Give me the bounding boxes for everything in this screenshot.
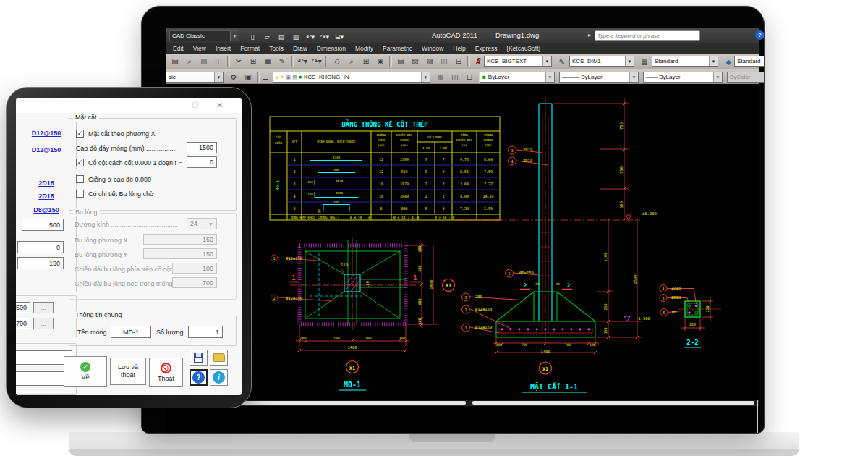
zoom-window-icon[interactable]: ⊞: [359, 54, 373, 68]
link-d8-150[interactable]: D8@150: [17, 206, 75, 214]
undo-icon[interactable]: ↶▾: [295, 54, 310, 68]
luu-va-thoat-button[interactable]: Lưu và thoát: [110, 358, 146, 385]
layer-previous-icon[interactable]: ◫: [448, 70, 462, 84]
linetype-combo[interactable]: ——— ByLayer▼: [559, 72, 639, 83]
batch-plot-icon[interactable]: ◫: [211, 54, 226, 68]
menu-item-dimension[interactable]: Dimension: [317, 45, 346, 52]
table-cell: 1390: [400, 157, 409, 161]
match-properties-icon[interactable]: ✎: [275, 54, 289, 68]
link-2d18-top[interactable]: 2D18: [17, 180, 75, 187]
hscroll-thumb-right[interactable]: [472, 401, 754, 405]
tool-palettes-icon[interactable]: ▨: [422, 54, 437, 68]
table-header: KÍNH: [378, 138, 386, 142]
layer-properties-icon[interactable]: ☰: [258, 70, 273, 84]
text-style-combo[interactable]: KCS_BIGTEXT▼: [484, 56, 552, 67]
workspace-settings-icon[interactable]: ⚙: [226, 70, 241, 84]
doan-t-field[interactable]: 0: [187, 156, 217, 168]
plot-preview-icon[interactable]: ⌕: [182, 54, 197, 68]
command-line-area[interactable]: [166, 405, 759, 434]
viewport-icon[interactable]: ▣: [241, 70, 255, 84]
workspace-combo[interactable]: CAD Classic▼: [169, 30, 239, 41]
menu-item-modify[interactable]: Modify: [355, 45, 373, 52]
open-settings-button[interactable]: [210, 350, 228, 366]
layer-combo[interactable]: ●☀▣▤■ KCS_KHONG_IN▼: [273, 72, 430, 83]
sheet-set-icon[interactable]: ◫: [437, 54, 451, 68]
save-as-icon[interactable]: ▥: [289, 30, 303, 43]
open-file-icon[interactable]: ▱: [260, 30, 274, 43]
field-0[interactable]: 0: [17, 241, 64, 253]
infocenter-expand-icon[interactable]: ▸: [588, 32, 591, 38]
link-d12-150-y[interactable]: D12@150: [17, 146, 75, 153]
dialog-close-icon[interactable]: ✕: [216, 101, 223, 110]
menu-item-tools[interactable]: Tools: [269, 45, 284, 52]
table-style-icon[interactable]: ▦: [637, 55, 652, 69]
ten-mong-field[interactable]: MĐ-1: [111, 326, 151, 338]
dim-style-icon[interactable]: ✎: [555, 55, 569, 69]
color-combo[interactable]: ■ ByLayer▼: [480, 72, 555, 83]
so-luong-field[interactable]: 1: [188, 326, 223, 338]
ve-button[interactable]: ✓ Vẽ: [64, 356, 107, 387]
field-row-700[interactable]: 700: [16, 318, 30, 329]
menu-item-help[interactable]: Help: [453, 45, 465, 52]
make-current-layer-icon[interactable]: ▥: [433, 70, 448, 84]
checkbox-giang[interactable]: [76, 175, 84, 183]
quickcalc-icon[interactable]: ⊟: [451, 54, 466, 68]
redo-icon[interactable]: ↷▾: [310, 54, 324, 68]
properties-icon[interactable]: ▤: [393, 54, 408, 68]
checkbox-phuong-x[interactable]: ✓: [76, 130, 84, 138]
search-icon[interactable]: ⌕: [701, 30, 715, 43]
field-500[interactable]: 500: [22, 219, 64, 231]
checkbox-bu-long-cho[interactable]: [76, 190, 84, 198]
plot-icon[interactable]: ▤: [168, 54, 182, 68]
layer-states-icon[interactable]: ⊟: [462, 70, 477, 84]
menu-item-draw[interactable]: Draw: [293, 45, 307, 52]
designcenter-icon[interactable]: ▧: [408, 54, 422, 68]
cao-do-field[interactable]: -1500: [187, 142, 217, 153]
dim-style-combo[interactable]: KCS_DIM1▼: [569, 56, 634, 67]
menu-item-insert[interactable]: Insert: [216, 45, 231, 52]
search-dropdown-icon[interactable]: ▾: [717, 30, 731, 43]
browse-button-500[interactable]: ...: [33, 302, 54, 313]
save-icon[interactable]: ▤: [274, 30, 289, 43]
new-file-icon[interactable]: ▯: [245, 30, 260, 43]
link-2d18-bottom[interactable]: 2D18: [17, 193, 75, 200]
field-row-500[interactable]: 500: [16, 302, 30, 313]
mleader-style-icon[interactable]: ◆: [721, 55, 736, 69]
checkbox-co-cot[interactable]: ✓: [76, 159, 84, 166]
field-150[interactable]: 150: [17, 257, 64, 269]
dialog-minimize-icon[interactable]: —: [165, 101, 173, 109]
paste-icon[interactable]: ▦: [260, 54, 275, 68]
menu-item-ketcausoft[interactable]: [KetcauSoft]: [507, 45, 540, 52]
menu-item-window[interactable]: Window: [422, 45, 443, 52]
save-settings-button[interactable]: [190, 350, 208, 366]
menu-item-view[interactable]: View: [193, 45, 206, 52]
lineweight-combo[interactable]: —— ByLayer▼: [643, 72, 723, 83]
subscription-center-icon[interactable]: ✎: [733, 30, 747, 43]
link-d12-150-x[interactable]: D12@150: [17, 130, 75, 137]
redo-icon[interactable]: ↷▾: [318, 30, 332, 43]
pan-icon[interactable]: ◇: [330, 54, 344, 68]
search-input[interactable]: [595, 30, 700, 41]
mleader-style-combo[interactable]: Standard▼: [734, 56, 765, 67]
thoat-button[interactable]: ⃠ Thoát: [149, 358, 183, 387]
undo-icon[interactable]: ↶▾: [303, 30, 318, 43]
table-style-combo[interactable]: Standard▼: [652, 56, 718, 67]
menu-item-parametric[interactable]: Parametric: [383, 45, 412, 52]
menu-item-format[interactable]: Format: [240, 45, 260, 52]
help-icon[interactable]: ?: [755, 30, 765, 40]
zoom-previous-icon[interactable]: ◉: [373, 54, 388, 68]
zoom-realtime-icon[interactable]: ⌕: [344, 54, 359, 68]
publish-icon[interactable]: ▥: [197, 54, 211, 68]
menu-item-edit[interactable]: Edit: [173, 45, 184, 52]
info-button[interactable]: i: [210, 369, 228, 386]
browse-button-700[interactable]: ...: [33, 318, 54, 329]
copy-icon[interactable]: ⊞: [246, 54, 260, 68]
workspaces-combo[interactable]: sic▼: [166, 72, 224, 83]
text-style-icon[interactable]: A: [471, 55, 485, 69]
drawing-canvas[interactable]: BẢNG THỐNG KÊ CỐT THÉPCẤUKIỆNSTTHÌNH DẠN…: [166, 84, 759, 400]
menu-item-express[interactable]: Express: [475, 45, 498, 52]
cut-icon[interactable]: ✂: [231, 54, 246, 68]
dialog-maximize-icon[interactable]: ▢: [192, 101, 198, 109]
help-button[interactable]: ?: [190, 369, 208, 386]
plot-icon[interactable]: ⊟▾: [332, 30, 346, 43]
